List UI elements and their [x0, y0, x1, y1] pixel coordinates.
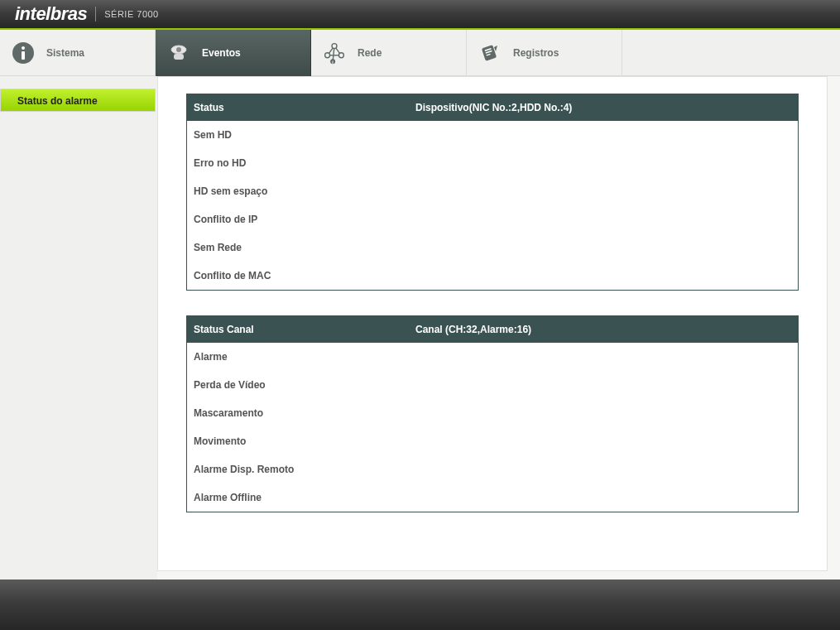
channel-row: Movimento: [187, 427, 798, 455]
channel-col-header: Canal (CH:32,Alarme:16): [415, 324, 798, 335]
nav-registros[interactable]: Registros: [467, 30, 622, 76]
svg-rect-6: [174, 54, 184, 60]
svg-point-12: [325, 53, 330, 58]
network-icon: i: [323, 41, 346, 65]
main-nav: Sistema Eventos i: [0, 30, 840, 76]
sidebar-item-alarm-status[interactable]: Status do alarme: [0, 89, 156, 112]
channel-status-panel: Status Canal Canal (CH:32,Alarme:16) Ala…: [186, 315, 799, 512]
bottom-bar: [0, 580, 840, 630]
status-row: Sem HD: [187, 121, 798, 149]
camera-icon: [167, 41, 190, 65]
brand-logo: intelbras: [15, 3, 87, 25]
content: Status Dispositivo(NIC No.:2,HDD No.:4) …: [157, 76, 828, 571]
content-wrap: Status Dispositivo(NIC No.:2,HDD No.:4) …: [157, 76, 840, 580]
info-icon: [12, 41, 35, 65]
channel-panel-body: Alarme Perda de Vídeo Mascaramento Movim…: [187, 343, 798, 512]
log-icon: [478, 41, 502, 65]
nav-label: Registros: [513, 47, 622, 59]
status-col-header: Status: [187, 102, 415, 113]
channel-row: Alarme: [187, 343, 798, 371]
status-row: Conflito de MAC: [187, 262, 798, 290]
svg-rect-2: [22, 51, 25, 60]
brand-divider: [95, 7, 96, 22]
svg-point-5: [176, 47, 181, 52]
svg-point-11: [332, 44, 337, 49]
status-panel-body: Sem HD Erro no HD HD sem espaço Conflito…: [187, 121, 798, 290]
nav-sistema[interactable]: Sistema: [0, 30, 156, 76]
body: Status do alarme Status Dispositivo(NIC …: [0, 76, 840, 580]
channel-row: Alarme Offline: [187, 483, 798, 512]
status-row: Sem Rede: [187, 233, 798, 262]
nav-eventos[interactable]: Eventos: [156, 30, 311, 76]
svg-point-1: [22, 46, 25, 50]
channel-panel-header: Status Canal Canal (CH:32,Alarme:16): [187, 316, 798, 343]
top-bar: intelbras SÉRIE 7000: [0, 0, 840, 30]
nav-label: Rede: [358, 47, 466, 59]
channel-row: Perda de Vídeo: [187, 371, 798, 399]
status-panel: Status Dispositivo(NIC No.:2,HDD No.:4) …: [186, 94, 799, 291]
sidebar: Status do alarme: [0, 76, 157, 580]
status-row: Conflito de IP: [187, 205, 798, 233]
status-panel-header: Status Dispositivo(NIC No.:2,HDD No.:4): [187, 94, 798, 121]
nav-label: Eventos: [202, 47, 310, 59]
nav-label: Sistema: [46, 47, 155, 59]
channel-row: Mascaramento: [187, 399, 798, 427]
svg-point-13: [338, 53, 343, 58]
nav-rede[interactable]: i Rede: [311, 30, 467, 76]
status-row: HD sem espaço: [187, 177, 798, 205]
status-row: Erro no HD: [187, 149, 798, 177]
series-label: SÉRIE 7000: [104, 9, 159, 19]
channel-row: Alarme Disp. Remoto: [187, 455, 798, 483]
channel-status-col-header: Status Canal: [187, 324, 415, 335]
device-col-header: Dispositivo(NIC No.:2,HDD No.:4): [415, 102, 798, 113]
